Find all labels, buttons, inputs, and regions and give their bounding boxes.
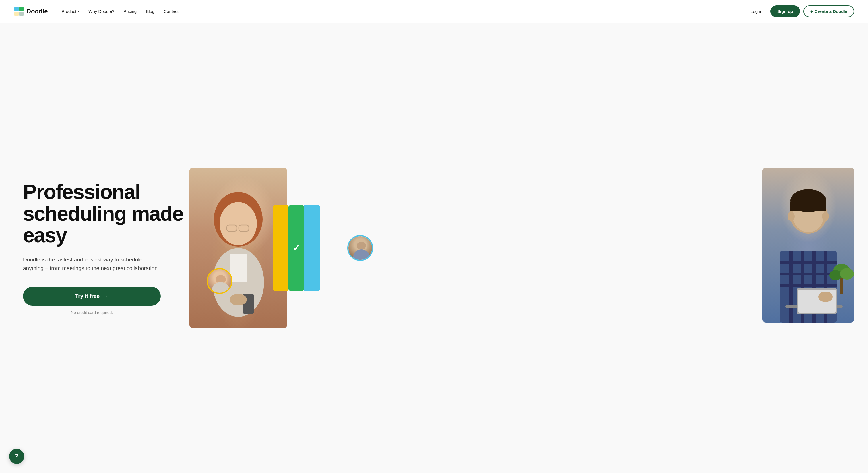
arrow-icon: →	[103, 293, 108, 299]
woman-illustration	[189, 168, 287, 328]
man-illustration	[763, 168, 854, 323]
hero-title: Professional scheduling made easy	[23, 181, 189, 246]
nav-pricing[interactable]: Pricing	[120, 7, 140, 16]
svg-rect-0	[14, 7, 19, 11]
woman-photo	[189, 168, 287, 328]
svg-point-24	[822, 212, 829, 221]
checkmark-icon: ✓	[292, 243, 300, 253]
no-credit-card-text: No credit card required.	[23, 310, 161, 315]
hero-images: ✓	[189, 162, 854, 334]
help-button[interactable]: ?	[9, 449, 24, 464]
svg-rect-3	[19, 12, 24, 16]
avatar-woman	[207, 268, 232, 294]
svg-point-40	[840, 268, 854, 280]
svg-point-5	[220, 202, 257, 245]
hero-section: Professional scheduling made easy Doodle…	[0, 23, 868, 473]
nav-blog[interactable]: Blog	[143, 7, 158, 16]
man-photo	[763, 168, 854, 323]
plus-icon: +	[810, 9, 813, 14]
color-bars: ✓	[273, 205, 320, 291]
logo[interactable]: Doodle	[14, 6, 48, 17]
nav-links: Product ▾ Why Doodle? Pricing Blog Conta…	[58, 7, 746, 16]
chevron-down-icon: ▾	[78, 9, 79, 13]
avatar-man	[347, 235, 373, 261]
svg-point-39	[829, 270, 842, 280]
svg-rect-2	[14, 12, 19, 16]
green-bar: ✓	[288, 205, 304, 291]
svg-point-23	[787, 212, 795, 221]
svg-point-17	[357, 242, 366, 250]
logo-text: Doodle	[26, 8, 48, 15]
nav-contact[interactable]: Contact	[160, 7, 182, 16]
hero-content: Professional scheduling made easy Doodle…	[23, 181, 189, 315]
svg-rect-1	[19, 7, 24, 11]
blue-bar	[304, 205, 320, 291]
yellow-bar	[273, 205, 288, 291]
signup-button[interactable]: Sign up	[770, 5, 800, 17]
svg-point-18	[353, 249, 369, 261]
nav-actions: Log in Sign up + Create a Doodle	[746, 5, 854, 17]
svg-point-36	[818, 292, 833, 302]
svg-point-12	[229, 294, 247, 305]
try-it-free-button[interactable]: Try it free →	[23, 287, 161, 306]
create-doodle-button[interactable]: + Create a Doodle	[803, 5, 854, 17]
login-button[interactable]: Log in	[746, 7, 767, 16]
nav-why-doodle[interactable]: Why Doodle?	[85, 7, 118, 16]
hero-subtitle: Doodle is the fastest and easiest way to…	[23, 255, 161, 273]
doodle-logo-icon	[14, 6, 24, 17]
svg-rect-22	[790, 202, 826, 211]
nav-product[interactable]: Product ▾	[58, 7, 83, 16]
navigation: Doodle Product ▾ Why Doodle? Pricing Blo…	[0, 0, 868, 23]
